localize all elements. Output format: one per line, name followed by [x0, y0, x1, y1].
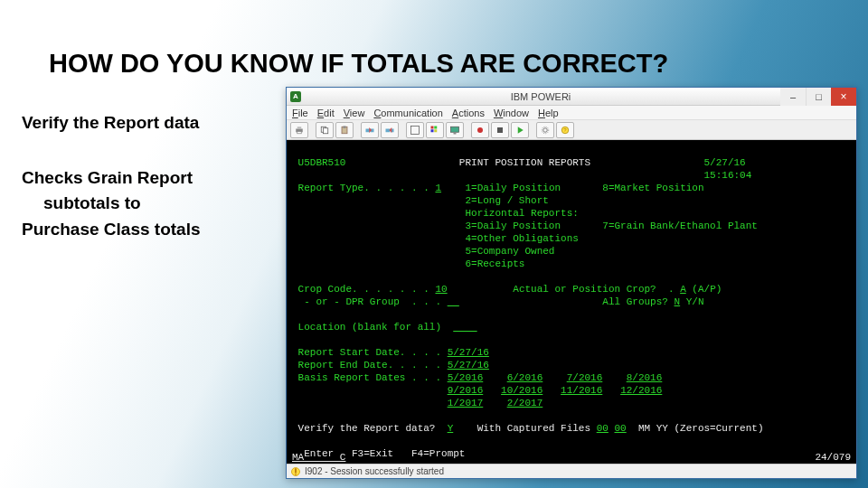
color-map-icon[interactable] — [426, 122, 444, 138]
terminal-window: A IBM POWERi – □ × File Edit View Commun… — [286, 87, 857, 479]
input-basis-5[interactable]: 9/2016 — [448, 385, 484, 396]
input-location[interactable] — [453, 322, 476, 333]
svg-rect-1 — [297, 127, 302, 128]
field-crop: Crop Code. . . . . . . 10 Actual or Posi… — [292, 284, 722, 307]
input-basis-2[interactable]: 6/2016 — [507, 372, 543, 383]
input-basis-1[interactable]: 5/2016 — [448, 372, 484, 383]
status-bar: I902 - Session successfully started — [287, 464, 856, 478]
menu-help[interactable]: Help — [538, 108, 559, 118]
play-icon[interactable] — [511, 122, 529, 138]
terminal-screen[interactable]: U5DBR510 PRINT POSITION REPORTS 5/27/16 … — [287, 140, 856, 464]
svg-rect-19 — [497, 127, 503, 133]
input-end-date[interactable]: 5/27/16 — [448, 360, 489, 371]
menu-communication[interactable]: Communication — [373, 108, 442, 118]
input-verify[interactable]: Y — [448, 423, 454, 434]
input-report-type[interactable]: 1 — [435, 183, 441, 193]
input-basis-4[interactable]: 8/2016 — [627, 372, 663, 383]
svg-rect-11 — [411, 126, 420, 134]
slide-text-checks: Checks Grain Report — [22, 167, 257, 190]
menu-bar[interactable]: File Edit View Communication Actions Win… — [287, 106, 856, 120]
copy-icon[interactable] — [316, 122, 334, 138]
svg-point-18 — [477, 127, 483, 133]
display-icon[interactable] — [446, 122, 464, 138]
svg-rect-15 — [434, 129, 437, 132]
settings-icon[interactable] — [536, 122, 554, 138]
svg-rect-12 — [431, 126, 434, 128]
input-crop-ap[interactable]: A — [680, 284, 686, 295]
slide-title: HOW DO YOU KNOW IF TOTALS ARE CORRECT? — [49, 49, 668, 79]
info-icon — [290, 466, 301, 477]
slide-left-column: Verify the Report data Checks Grain Repo… — [22, 112, 257, 245]
app-icon: A — [290, 91, 301, 102]
field-report-type: Report Type. . . . . . 1 1=Daily Positio… — [292, 183, 758, 269]
slide-text-subtotals: subtotals to — [22, 192, 257, 215]
svg-rect-14 — [431, 129, 434, 132]
statusbar-text: I902 - Session successfully started — [305, 466, 444, 476]
menu-file[interactable]: File — [292, 108, 308, 118]
menu-view[interactable]: View — [344, 108, 365, 118]
paste-icon[interactable] — [335, 122, 354, 138]
svg-rect-2 — [297, 131, 302, 133]
field-dates: Report Start Date. . . . 5/27/16 Report … — [292, 347, 662, 408]
window-title: IBM POWERi — [301, 91, 780, 102]
svg-rect-25 — [295, 468, 297, 473]
input-basis-6[interactable]: 10/2016 — [501, 385, 542, 396]
input-basis-9[interactable]: 1/2017 — [448, 398, 484, 408]
input-captured-mm[interactable]: 00 — [597, 423, 609, 434]
slide-text-verify: Verify the Report data — [22, 112, 257, 135]
slide-text-purchase: Purchase Class totals — [22, 219, 257, 241]
svg-rect-6 — [344, 126, 346, 127]
field-verify: Verify the Report data? Y With Captured … — [292, 423, 764, 434]
input-basis-7[interactable]: 11/2016 — [561, 385, 602, 396]
minimize-button[interactable]: – — [780, 88, 806, 106]
svg-rect-9 — [386, 128, 391, 132]
input-basis-3[interactable]: 7/2016 — [567, 372, 603, 383]
receive-icon[interactable] — [381, 122, 399, 138]
input-all-groups[interactable]: N — [675, 296, 681, 307]
status-cursor-pos: 24/079 — [815, 451, 851, 464]
full-screen-icon[interactable] — [406, 122, 424, 138]
stop-icon[interactable] — [491, 122, 509, 138]
field-location: Location (blank for all) — [292, 322, 477, 333]
input-basis-8[interactable]: 12/2016 — [620, 385, 662, 396]
input-start-date[interactable]: 5/27/16 — [448, 347, 489, 358]
menu-actions[interactable]: Actions — [452, 108, 485, 118]
svg-point-20 — [543, 127, 548, 132]
title-bar[interactable]: A IBM POWERi – □ × — [287, 88, 856, 106]
slide-root: HOW DO YOU KNOW IF TOTALS ARE CORRECT? V… — [0, 0, 868, 488]
input-dpr-group[interactable] — [448, 296, 459, 307]
screen-header: U5DBR510 PRINT POSITION REPORTS 5/27/16 … — [292, 157, 751, 181]
help-icon[interactable]: ? — [556, 122, 574, 138]
svg-rect-13 — [434, 126, 437, 128]
menu-window[interactable]: Window — [494, 108, 529, 118]
record-icon[interactable] — [471, 122, 489, 138]
printer-icon[interactable] — [290, 122, 308, 138]
input-captured-yy[interactable]: 00 — [615, 423, 627, 434]
svg-rect-16 — [451, 127, 459, 132]
svg-rect-17 — [454, 133, 457, 135]
toolbar: ? — [287, 120, 856, 140]
input-crop-code[interactable]: 10 — [435, 284, 447, 295]
status-ma: MA C — [292, 451, 345, 464]
send-icon[interactable] — [361, 122, 379, 138]
menu-edit[interactable]: Edit — [317, 108, 335, 118]
close-button[interactable]: × — [831, 88, 856, 106]
input-basis-10[interactable]: 2/2017 — [507, 398, 543, 408]
svg-point-26 — [295, 474, 297, 475]
svg-rect-4 — [324, 127, 328, 133]
maximize-button[interactable]: □ — [806, 88, 831, 106]
